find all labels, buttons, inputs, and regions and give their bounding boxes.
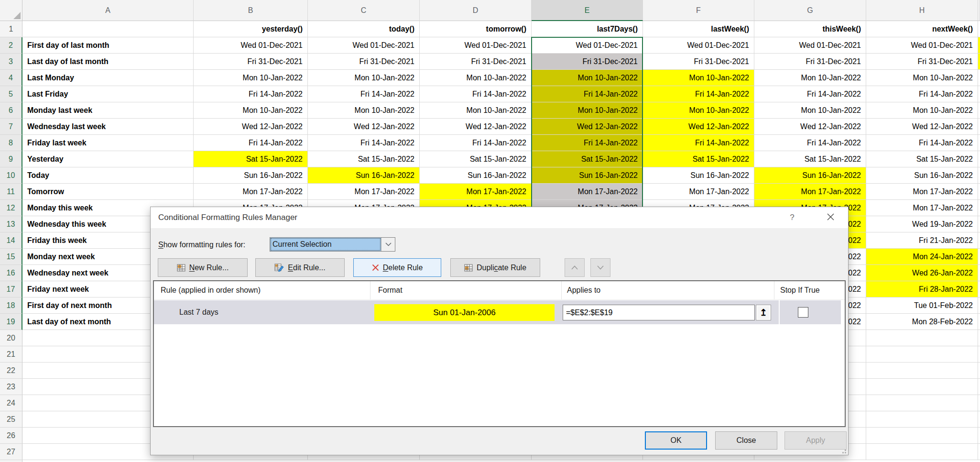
- column-header-B[interactable]: B: [194, 0, 308, 21]
- edit-rule-button[interactable]: Edit Rule...: [255, 258, 345, 277]
- chevron-down-icon[interactable]: [381, 238, 395, 251]
- apply-button[interactable]: Apply: [784, 431, 847, 450]
- cell-D8[interactable]: Fri 14-Jan-2022: [420, 135, 532, 151]
- cell-B9[interactable]: Sat 15-Jan-2022: [194, 151, 308, 167]
- cell-H26[interactable]: [866, 428, 978, 444]
- cell-A10[interactable]: Today: [22, 167, 194, 184]
- cell-A1[interactable]: [22, 21, 194, 37]
- cell-H18[interactable]: Tue 01-Feb-2022: [866, 297, 978, 314]
- row-header-21[interactable]: 21: [0, 346, 22, 363]
- cell-H16[interactable]: Wed 26-Jan-2022: [866, 265, 978, 281]
- new-rule-button[interactable]: New Rule...: [158, 258, 248, 277]
- delete-rule-button[interactable]: Delete Rule: [353, 258, 441, 277]
- cell-H14[interactable]: Fri 21-Jan-2022: [866, 232, 978, 249]
- cell-F10[interactable]: Sun 16-Jan-2022: [643, 167, 754, 184]
- row-header-1[interactable]: 1: [0, 21, 22, 37]
- cell-G6[interactable]: Mon 10-Jan-2022: [754, 102, 866, 119]
- cell-D10[interactable]: Sun 16-Jan-2022: [420, 167, 532, 184]
- row-header-12[interactable]: 12: [0, 200, 22, 216]
- cell-F4[interactable]: Mon 10-Jan-2022: [643, 70, 754, 86]
- row-header-13[interactable]: 13: [0, 216, 22, 232]
- cell-C11[interactable]: Mon 17-Jan-2022: [308, 184, 420, 200]
- cell-A5[interactable]: Last Friday: [22, 86, 194, 102]
- row-header-26[interactable]: 26: [0, 428, 22, 444]
- column-header-F[interactable]: F: [643, 0, 754, 21]
- cell-C2[interactable]: Wed 01-Dec-2021: [308, 37, 420, 54]
- cell-E3[interactable]: Fri 31-Dec-2021: [532, 54, 643, 70]
- cell-E2[interactable]: Wed 01-Dec-2021: [532, 37, 643, 54]
- cell-G1[interactable]: thisWeek(): [754, 21, 866, 37]
- cell-B4[interactable]: Mon 10-Jan-2022: [194, 70, 308, 86]
- cell-F7[interactable]: Wed 12-Jan-2022: [643, 119, 754, 135]
- row-header-17[interactable]: 17: [0, 281, 22, 297]
- cell-H11[interactable]: Mon 17-Jan-2022: [866, 184, 978, 200]
- cell-D7[interactable]: Wed 12-Jan-2022: [420, 119, 532, 135]
- row-header-6[interactable]: 6: [0, 102, 22, 119]
- cell-H25[interactable]: [866, 411, 978, 428]
- cell-H15[interactable]: Mon 24-Jan-2022: [866, 249, 978, 265]
- cell-B8[interactable]: Fri 14-Jan-2022: [194, 135, 308, 151]
- cell-A4[interactable]: Last Monday: [22, 70, 194, 86]
- cell-H27[interactable]: [866, 444, 978, 460]
- move-rule-down-button[interactable]: [590, 258, 610, 277]
- collapse-range-picker-icon[interactable]: ↥: [756, 305, 771, 320]
- cell-G3[interactable]: Fri 31-Dec-2021: [754, 54, 866, 70]
- move-rule-up-button[interactable]: [565, 258, 585, 277]
- row-header-18[interactable]: 18: [0, 297, 22, 314]
- cell-H24[interactable]: [866, 395, 978, 411]
- cell-F5[interactable]: Fri 14-Jan-2022: [643, 86, 754, 102]
- cell-B7[interactable]: Wed 12-Jan-2022: [194, 119, 308, 135]
- cell-H6[interactable]: Mon 10-Jan-2022: [866, 102, 978, 119]
- dialog-titlebar[interactable]: Conditional Formatting Rules Manager ?: [151, 207, 848, 228]
- help-icon[interactable]: ?: [787, 213, 797, 222]
- rule-row-last-7-days[interactable]: Last 7 days Sun 01-Jan-2006 ↥: [154, 300, 841, 324]
- cell-B2[interactable]: Wed 01-Dec-2021: [194, 37, 308, 54]
- cell-E4[interactable]: Mon 10-Jan-2022: [532, 70, 643, 86]
- cell-D1[interactable]: tomorrow(): [420, 21, 532, 37]
- scope-dropdown[interactable]: Current Selection: [270, 237, 395, 252]
- close-button[interactable]: Close: [715, 431, 777, 450]
- cell-F1[interactable]: lastWeek(): [643, 21, 754, 37]
- row-header-15[interactable]: 15: [0, 249, 22, 265]
- column-header-H[interactable]: H: [866, 0, 978, 21]
- cell-H2[interactable]: Wed 01-Dec-2021: [866, 37, 978, 54]
- cell-A3[interactable]: Last day of last month: [22, 54, 194, 70]
- cell-G11[interactable]: Mon 17-Jan-2022: [754, 184, 866, 200]
- cell-C8[interactable]: Fri 14-Jan-2022: [308, 135, 420, 151]
- cell-B1[interactable]: yesterday(): [194, 21, 308, 37]
- row-header-2[interactable]: 2: [0, 37, 22, 54]
- cell-G9[interactable]: Sat 15-Jan-2022: [754, 151, 866, 167]
- cell-H21[interactable]: [866, 346, 978, 363]
- cell-B6[interactable]: Mon 10-Jan-2022: [194, 102, 308, 119]
- resize-grip[interactable]: [840, 448, 846, 453]
- cell-E9[interactable]: Sat 15-Jan-2022: [532, 151, 643, 167]
- row-header-25[interactable]: 25: [0, 411, 22, 428]
- cell-A11[interactable]: Tomorrow: [22, 184, 194, 200]
- cell-H3[interactable]: Fri 31-Dec-2021: [866, 54, 978, 70]
- cell-H5[interactable]: Fri 14-Jan-2022: [866, 86, 978, 102]
- cell-A7[interactable]: Wednesday last week: [22, 119, 194, 135]
- cell-H4[interactable]: Mon 10-Jan-2022: [866, 70, 978, 86]
- row-header-27[interactable]: 27: [0, 444, 22, 460]
- cell-F8[interactable]: Fri 14-Jan-2022: [643, 135, 754, 151]
- column-header-A[interactable]: A: [22, 0, 194, 21]
- cell-H13[interactable]: Wed 19-Jan-2022: [866, 216, 978, 232]
- cell-C10[interactable]: Sun 16-Jan-2022: [308, 167, 420, 184]
- cell-D4[interactable]: Mon 10-Jan-2022: [420, 70, 532, 86]
- cell-G2[interactable]: Wed 01-Dec-2021: [754, 37, 866, 54]
- cell-E11[interactable]: Mon 17-Jan-2022: [532, 184, 643, 200]
- cell-H8[interactable]: Fri 14-Jan-2022: [866, 135, 978, 151]
- row-header-23[interactable]: 23: [0, 379, 22, 395]
- cell-G4[interactable]: Mon 10-Jan-2022: [754, 70, 866, 86]
- cell-H22[interactable]: [866, 363, 978, 379]
- row-header-5[interactable]: 5: [0, 86, 22, 102]
- cell-E6[interactable]: Mon 10-Jan-2022: [532, 102, 643, 119]
- cell-D6[interactable]: Mon 10-Jan-2022: [420, 102, 532, 119]
- cell-D9[interactable]: Sat 15-Jan-2022: [420, 151, 532, 167]
- cell-C5[interactable]: Fri 14-Jan-2022: [308, 86, 420, 102]
- cell-H20[interactable]: [866, 330, 978, 346]
- cell-E10[interactable]: Sun 16-Jan-2022: [532, 167, 643, 184]
- cell-E8[interactable]: Fri 14-Jan-2022: [532, 135, 643, 151]
- cell-A2[interactable]: First day of last month: [22, 37, 194, 54]
- row-header-11[interactable]: 11: [0, 184, 22, 200]
